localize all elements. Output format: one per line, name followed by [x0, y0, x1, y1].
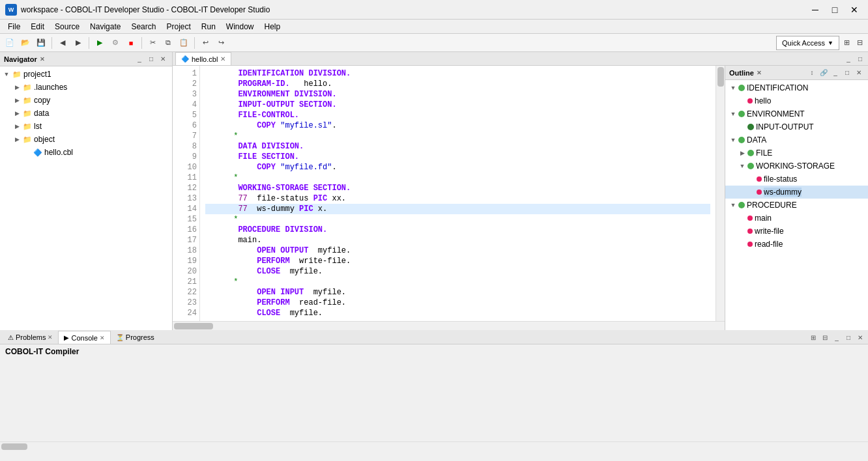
- editor-tabs-bar: 🔷 hello.cbl ✕ _ □: [173, 52, 868, 66]
- vscrollbar-thumb[interactable]: [717, 67, 724, 87]
- outline-item-ws-dummy[interactable]: ws-dummy: [725, 186, 868, 199]
- outline-dot-main: [747, 216, 753, 221]
- code-line-18: OPEN OUTPUT myfile.: [205, 245, 710, 256]
- bottom-panel-maximize-btn[interactable]: □: [843, 332, 854, 342]
- tree-item-object[interactable]: ▶ 📁 object: [0, 133, 172, 146]
- bottom-panel-btn1[interactable]: ⊞: [808, 332, 818, 342]
- bottom-hscrollbar-thumb[interactable]: [1, 443, 27, 450]
- code-editor-container: 123456789101112131415161718192021222324 …: [173, 66, 725, 330]
- outline-link-btn[interactable]: 🔗: [818, 68, 829, 78]
- code-editor[interactable]: 123456789101112131415161718192021222324 …: [173, 66, 725, 321]
- toolbar-back[interactable]: ◀: [55, 36, 70, 50]
- progress-icon: ⏳: [116, 334, 124, 341]
- toolbar-undo[interactable]: ↩: [198, 36, 212, 50]
- tab-console[interactable]: ▶ Console ✕: [58, 331, 110, 344]
- outline-circle-working-storage: [747, 163, 754, 169]
- navigator-close-btn[interactable]: ✕: [158, 54, 168, 64]
- bottom-panel-minimize-btn[interactable]: _: [832, 332, 842, 342]
- maximize-button[interactable]: □: [826, 3, 843, 16]
- outline-item-environment[interactable]: ▼ENVIRONMENT: [725, 107, 868, 120]
- problems-close-icon: ✕: [48, 334, 53, 341]
- code-line-9: FILE SECTION.: [205, 152, 710, 162]
- editor-tab-close-btn[interactable]: ✕: [220, 55, 225, 63]
- outline-item-identification[interactable]: ▼IDENTIFICATION: [725, 81, 868, 94]
- editor-tab-hello-cbl[interactable]: 🔷 hello.cbl ✕: [175, 52, 231, 65]
- outline-minimize-btn[interactable]: _: [830, 68, 841, 78]
- toolbar-perspective-2[interactable]: ⊟: [854, 36, 865, 50]
- line-number-21: 21: [178, 277, 197, 287]
- outline-circle-file: [747, 150, 754, 156]
- line-number-9: 9: [178, 152, 197, 162]
- menu-edit[interactable]: Edit: [25, 20, 50, 34]
- tree-item-copy[interactable]: ▶ 📁 copy: [0, 94, 172, 107]
- toolbar-redo[interactable]: ↪: [214, 36, 228, 50]
- editor-hscrollbar[interactable]: [173, 321, 725, 330]
- menu-source[interactable]: Source: [50, 20, 85, 34]
- outline-maximize-btn[interactable]: □: [842, 68, 852, 78]
- toolbar-save[interactable]: 💾: [34, 36, 48, 50]
- toolbar-forward[interactable]: ▶: [71, 36, 85, 50]
- toolbar-new[interactable]: 📄: [3, 36, 17, 50]
- menu-file[interactable]: File: [3, 20, 25, 34]
- code-line-24: CLOSE myfile.: [205, 308, 710, 318]
- menu-search[interactable]: Search: [126, 20, 161, 34]
- menu-window[interactable]: Window: [221, 20, 259, 34]
- toolbar-debug[interactable]: ⚙: [108, 36, 123, 50]
- outline-item-write-file[interactable]: write-file: [725, 225, 868, 238]
- toolbar-run[interactable]: ▶: [93, 36, 107, 50]
- tab-problems[interactable]: ⚠ Problems ✕: [3, 331, 58, 344]
- outline-close-btn[interactable]: ✕: [854, 68, 864, 78]
- toolbar-perspective-1[interactable]: ⊞: [841, 36, 852, 50]
- minimize-button[interactable]: ─: [807, 3, 824, 16]
- code-line-3: ENVIRONMENT DIVISION.: [205, 89, 710, 100]
- tab-progress[interactable]: ⏳ Progress: [111, 331, 160, 344]
- outline-item-procedure[interactable]: ▼PROCEDURE: [725, 199, 868, 212]
- object-icon: 📁: [22, 134, 33, 145]
- outline-label-identification: IDENTIFICATION: [747, 83, 808, 92]
- toolbar-paste[interactable]: 📋: [177, 36, 191, 50]
- outline-collapse-btn[interactable]: ↕: [807, 68, 817, 78]
- line-number-10: 10: [178, 162, 197, 173]
- tree-item-launches[interactable]: ▶ 📁 .launches: [0, 81, 172, 94]
- outline-header: Outline ✕ ↕ 🔗 _ □ ✕: [725, 66, 868, 80]
- menu-run[interactable]: Run: [196, 20, 221, 34]
- toolbar-stop[interactable]: ■: [124, 36, 138, 50]
- menu-project[interactable]: Project: [161, 20, 195, 34]
- navigator-minimize-btn[interactable]: _: [134, 54, 145, 64]
- tree-item-project1[interactable]: ▼ 📁 project1: [0, 68, 172, 81]
- hscrollbar-thumb[interactable]: [174, 323, 213, 329]
- toolbar-cut[interactable]: ✂: [145, 36, 160, 50]
- editor-maximize-btn[interactable]: □: [855, 53, 865, 64]
- outline-item-hello[interactable]: hello: [725, 94, 868, 107]
- project-icon: 📁: [12, 69, 22, 79]
- code-line-20: CLOSE myfile.: [205, 266, 710, 277]
- outline-item-main[interactable]: main: [725, 212, 868, 225]
- quick-access-button[interactable]: Quick Access ▼: [776, 36, 839, 50]
- tree-item-lst[interactable]: ▶ 📁 lst: [0, 120, 172, 133]
- editor-minimize-btn[interactable]: _: [843, 53, 854, 64]
- line-number-24: 24: [178, 308, 197, 318]
- toolbar-open[interactable]: 📂: [18, 36, 33, 50]
- navigator-maximize-btn[interactable]: □: [146, 54, 156, 64]
- toolbar-copy[interactable]: ⧉: [161, 36, 175, 50]
- editor-vscrollbar[interactable]: [716, 66, 725, 321]
- outline-item-file[interactable]: ▶FILE: [725, 147, 868, 160]
- outline-item-file-status[interactable]: file-status: [725, 173, 868, 186]
- outline-item-working-storage[interactable]: ▼WORKING-STORAGE: [725, 160, 868, 173]
- bottom-panel-btn2[interactable]: ⊟: [820, 332, 830, 342]
- tree-item-hello-cbl[interactable]: ▶ 🔷 hello.cbl: [0, 146, 172, 159]
- menu-navigate[interactable]: Navigate: [85, 20, 126, 34]
- outline-item-read-file[interactable]: read-file: [725, 238, 868, 251]
- code-line-19: PERFORM write-file.: [205, 256, 710, 266]
- code-line-1: IDENTIFICATION DIVISION.: [205, 68, 710, 79]
- bottom-panel-close-btn[interactable]: ✕: [855, 332, 865, 342]
- outline-item-data[interactable]: ▼DATA: [725, 133, 868, 147]
- outline-item-input-output[interactable]: INPUT-OUTPUT: [725, 120, 868, 133]
- close-button[interactable]: ✕: [846, 3, 863, 16]
- tree-item-data[interactable]: ▶ 📁 data: [0, 107, 172, 120]
- editor-header-controls: _ □: [841, 52, 868, 65]
- bottom-hscrollbar[interactable]: [0, 441, 868, 451]
- outline-title: Outline ✕: [729, 69, 762, 77]
- code-content[interactable]: IDENTIFICATION DIVISION. PROGRAM-ID. hel…: [200, 66, 716, 321]
- menu-help[interactable]: Help: [259, 20, 286, 34]
